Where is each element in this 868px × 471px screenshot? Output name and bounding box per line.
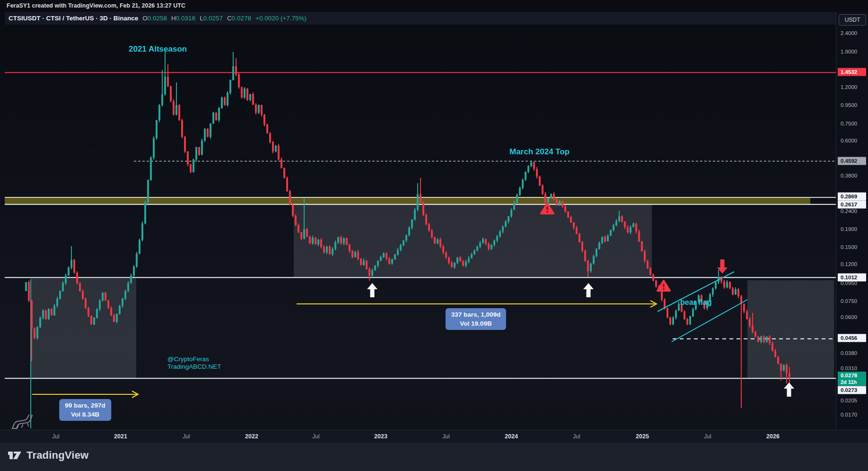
supply-band[interactable]	[5, 197, 810, 204]
price-tick: 0.0600	[841, 314, 857, 320]
price-tick: 1.9000	[841, 49, 857, 54]
price-tick: 0.0205	[841, 398, 857, 403]
time-tick-year: 2025	[636, 433, 649, 440]
breakdown-2025-box[interactable]	[747, 280, 834, 378]
measure-label-line: Vol 19.09B	[451, 319, 500, 328]
price-tick: 0.9500	[841, 102, 857, 108]
time-tick-month: Jul	[573, 433, 580, 440]
bar-countdown: 2d 11h	[841, 380, 866, 386]
time-tick-month: Jul	[312, 433, 319, 440]
price-tick: 0.6000	[841, 138, 857, 143]
ohlc-letter: H	[171, 15, 176, 22]
price-level-label: 0.1012	[838, 274, 866, 282]
ohlc-value: 0.0316	[176, 15, 195, 22]
price-tick: 1.2000	[841, 84, 857, 90]
time-tick-month: Jul	[52, 433, 59, 440]
footer-bar: TradingView	[0, 443, 868, 471]
symbol-header: CTSIUSDT · CTSI / TetherUS · 3D · Binanc…	[5, 12, 868, 25]
price-level-label: 0.02782d 11h	[838, 372, 866, 386]
measure-label[interactable]: 337 bars, 1,009dVol 19.09B	[446, 308, 506, 330]
time-tick-year: 2021	[114, 433, 127, 440]
time-tick-month: Jul	[183, 433, 190, 440]
time-tick-month: Jul	[442, 433, 449, 440]
currency-button[interactable]: USDT	[839, 14, 866, 26]
tradingview-brand-link[interactable]: TradingView	[8, 449, 88, 462]
price-tick: 0.0310	[841, 365, 857, 371]
tradingview-chart-page: FeraSY1 created with TradingView.com, Fe…	[0, 0, 868, 471]
time-tick-year: 2024	[505, 433, 518, 440]
price-tick: 0.2400	[841, 208, 857, 214]
price-level-label: 1.4532	[838, 68, 866, 76]
time-tick-year: 2026	[766, 433, 780, 440]
time-tick-year: 2022	[245, 433, 258, 440]
price-tick: 0.1900	[841, 226, 857, 232]
price-level-label: 0.2869	[838, 193, 866, 201]
measure-label-line: 337 bars, 1,009d	[451, 310, 500, 319]
bear-flag-label[interactable]: bear flag	[680, 298, 712, 307]
measure-label[interactable]: 99 bars, 297dVol 8.34B	[59, 399, 111, 421]
measure-label-line: Vol 8.34B	[65, 410, 105, 419]
time-tick-year: 2023	[374, 433, 387, 440]
symbol-title: CTSIUSDT · CTSI / TetherUS · 3D · Binanc…	[9, 15, 138, 22]
price-level-label: 0.4592	[838, 157, 866, 165]
price-tick: 0.1200	[841, 261, 857, 267]
price-tick: 0.3800	[841, 173, 857, 178]
ohlc-value: 0.0278	[232, 15, 251, 22]
ohlc-value: 0.0258	[148, 15, 167, 22]
price-tick: 0.1500	[841, 244, 857, 250]
march-top-label[interactable]: March 2024 Top	[509, 147, 570, 157]
price-level-label: 0.0273	[838, 386, 866, 394]
price-tick: 0.0170	[841, 412, 857, 418]
tradingview-logo-icon	[8, 449, 22, 462]
time-tick-month: Jul	[704, 433, 711, 440]
ohlc-values: O0.0258H0.0316L0.0257C0.0278	[138, 15, 251, 22]
time-axis[interactable]: Jul2021Jul2022Jul2023Jul2024Jul2025Jul20…	[0, 430, 868, 443]
price-tick: 0.0750	[841, 298, 857, 304]
price-level-label: 0.0456	[838, 334, 866, 342]
ohlc-letter: C	[227, 15, 232, 22]
credit-line2[interactable]: TradingABCD.NET	[167, 363, 221, 370]
altseason-label[interactable]: 2021 Altseason	[129, 44, 187, 54]
credit-line1[interactable]: @CryptoFeras	[167, 355, 209, 363]
brand-text: TradingView	[26, 449, 88, 462]
price-level-label: 0.2617	[838, 201, 866, 209]
price-tick: 2.4000	[841, 30, 857, 36]
ohlc-letter: L	[200, 15, 203, 22]
ohlc-value: 0.0257	[203, 15, 223, 22]
measure-label-line: 99 bars, 297d	[65, 401, 105, 410]
candlestick-chart[interactable]	[0, 0, 868, 430]
dino-icon	[10, 415, 42, 430]
price-axis[interactable]: USDT 2.40001.90001.20000.95000.75000.600…	[836, 12, 868, 443]
price-tick: 0.0380	[841, 350, 857, 356]
price-tick: 0.7500	[841, 121, 857, 126]
ohlc-letter: O	[142, 15, 148, 22]
change-value: +0.0020 (+7.75%)	[255, 15, 307, 22]
